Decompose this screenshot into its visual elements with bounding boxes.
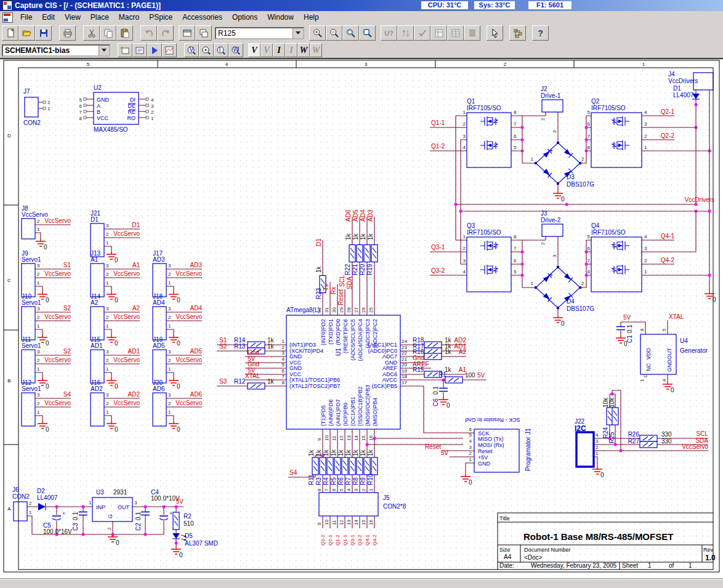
horizontal-scrollbar[interactable] (0, 579, 723, 588)
menu-view[interactable]: View (60, 12, 86, 23)
svg-text:(XTAL2/TOSC2)PB7: (XTAL2/TOSC2)PB7 (289, 383, 340, 389)
svg-text:100.0*16V: 100.0*16V (43, 528, 72, 535)
power-diff-button[interactable]: W (310, 43, 322, 57)
zoom-area-button[interactable] (342, 25, 359, 41)
svg-text:3: 3 (106, 223, 109, 228)
zoom-out-button[interactable] (326, 25, 342, 41)
menu-window[interactable]: Window (262, 12, 299, 23)
new-document-button[interactable] (118, 43, 132, 57)
menu-place[interactable]: Place (86, 12, 114, 23)
current-probe-button[interactable] (199, 43, 214, 57)
chevron-down-icon[interactable] (99, 46, 109, 55)
bom-button[interactable] (464, 25, 480, 41)
svg-text:6: 6 (331, 488, 337, 491)
svg-text:LL4007: LL4007 (37, 494, 58, 501)
zoom-all-button[interactable] (359, 25, 376, 41)
svg-text:J1: J1 (525, 428, 531, 435)
print-button[interactable] (59, 25, 76, 41)
svg-text:R13: R13 (234, 343, 246, 350)
svg-text:R20: R20 (359, 264, 366, 275)
svg-text:Drive-1: Drive-1 (541, 92, 561, 99)
svg-text:2: 2 (106, 232, 109, 237)
power-level-button[interactable]: W (297, 43, 310, 57)
svg-text:19: 19 (402, 368, 407, 374)
hierarchy-button[interactable] (509, 25, 526, 41)
zoom-in-button[interactable] (309, 25, 326, 41)
svg-text:Q3-2: Q3-2 (431, 267, 445, 274)
svg-text:5V: 5V (441, 449, 449, 456)
svg-text:S4: S4 (63, 391, 71, 398)
part-search-combo[interactable]: R125 (215, 27, 304, 39)
svg-text:5V: 5V (623, 314, 631, 321)
copy-button[interactable] (100, 25, 116, 41)
svg-text:2: 2 (106, 272, 109, 277)
update-properties-button[interactable] (397, 25, 414, 41)
schematic-canvas[interactable]: 0 5 4 3 (0, 60, 723, 579)
redo-button[interactable] (157, 25, 174, 41)
schematic-combo[interactable]: SCHEMATIC1-bias (2, 44, 110, 57)
svg-text:3: 3 (106, 349, 109, 355)
part-search-value[interactable]: R125 (216, 29, 293, 38)
drc-button[interactable] (414, 25, 430, 41)
svg-text:13: 13 (346, 435, 352, 441)
probe-zoom-button[interactable]: I (214, 43, 228, 57)
annotate-button[interactable]: U? (381, 25, 397, 41)
current-level-button[interactable]: I (273, 43, 285, 57)
new-button[interactable] (2, 25, 18, 41)
svg-text:1: 1 (469, 457, 472, 462)
svg-text:1: 1 (47, 106, 50, 111)
svg-text:6: 6 (588, 246, 591, 251)
save-button[interactable] (35, 25, 52, 41)
svg-text:1: 1 (37, 366, 40, 372)
netlist-button[interactable] (430, 25, 447, 41)
svg-text:D1: D1 (91, 216, 99, 223)
cross-reference-button[interactable] (447, 25, 464, 41)
help-button[interactable]: ? (532, 25, 549, 41)
voltage-probe-button[interactable]: V (184, 43, 199, 57)
pspice-icon[interactable] (162, 43, 177, 57)
svg-text:1: 1 (37, 280, 40, 286)
menu-file[interactable]: File (15, 12, 37, 23)
power-probe-button[interactable]: W (228, 43, 243, 57)
open-button[interactable] (18, 25, 35, 41)
schematic-page[interactable]: 0 5 4 3 (0, 60, 723, 579)
svg-text:16: 16 (368, 520, 374, 525)
svg-text:5: 5 (339, 488, 344, 491)
svg-text:J7: J7 (23, 88, 30, 95)
svg-text:R2: R2 (184, 513, 192, 520)
chevron-down-icon[interactable] (293, 28, 303, 38)
svg-text:(!RESET)PC6: (!RESET)PC6 (342, 319, 349, 353)
svg-text:5V: 5V (176, 498, 184, 505)
select-button[interactable] (487, 25, 503, 41)
svg-text:Rev: Rev (703, 547, 714, 553)
menu-help[interactable]: Help (299, 12, 324, 23)
svg-text:7: 7 (324, 488, 329, 491)
svg-text:1: 1 (463, 234, 466, 240)
svg-text:VccServo: VccServo (176, 313, 202, 320)
window-new-button[interactable] (179, 25, 195, 41)
menu-pspice[interactable]: PSpice (144, 12, 177, 23)
svg-text:10: 10 (324, 520, 329, 525)
voltage-level-button[interactable]: V (248, 43, 261, 57)
window-cascade-button[interactable] (195, 25, 212, 41)
undo-button[interactable] (140, 25, 157, 41)
menu-edit[interactable]: Edit (37, 12, 60, 23)
run-button[interactable] (147, 43, 162, 57)
menu-options[interactable]: Options (227, 12, 262, 23)
svg-text:U2: U2 (94, 84, 102, 91)
cut-button[interactable] (83, 25, 100, 41)
menu-accessories[interactable]: Accessories (177, 12, 227, 23)
voltage-diff-button[interactable]: V (261, 43, 273, 57)
svg-text:W: W (233, 46, 240, 53)
menu-macro[interactable]: Macro (114, 12, 144, 23)
svg-text:ADC7: ADC7 (382, 353, 397, 360)
edit-document-button[interactable] (132, 43, 147, 57)
svg-text:1: 1 (689, 562, 692, 569)
paste-button[interactable] (116, 25, 133, 41)
svg-text:DI: DI (130, 97, 135, 103)
svg-text:AD6: AD6 (345, 209, 352, 222)
schematic-combo-value[interactable]: SCHEMATIC1-bias (3, 46, 99, 55)
svg-text:C1: C1 (626, 335, 633, 343)
svg-text:2: 2 (29, 501, 32, 506)
current-diff-button[interactable]: I (285, 43, 297, 57)
